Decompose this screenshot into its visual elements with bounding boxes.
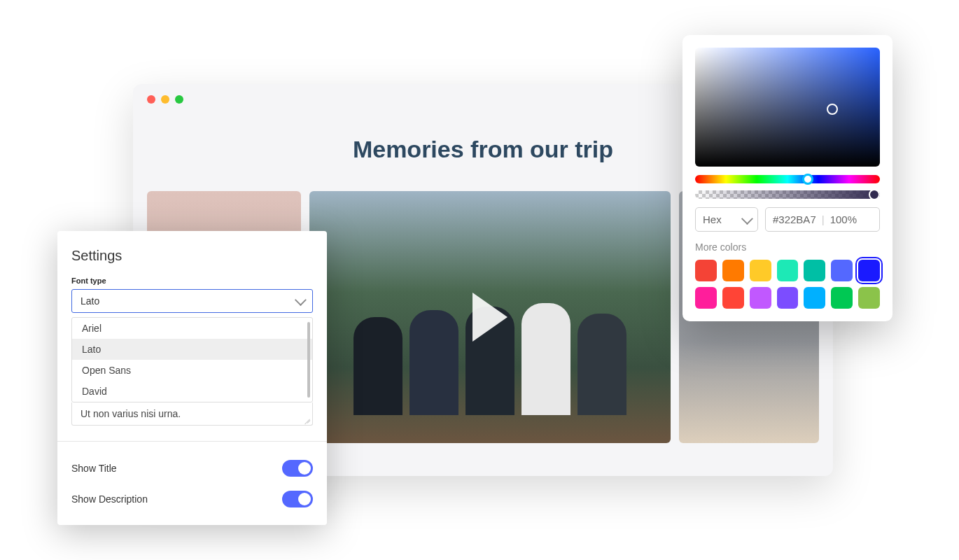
settings-panel: Settings Font type Lato Ariel Lato Open … (57, 231, 327, 525)
separator: | (822, 214, 825, 225)
color-swatch[interactable] (695, 287, 717, 309)
color-swatch[interactable] (804, 287, 825, 309)
color-swatch[interactable] (750, 287, 771, 309)
color-value-row: Hex #322BA7 | 100% (695, 207, 880, 232)
font-type-dropdown: Ariel Lato Open Sans David (71, 317, 313, 402)
show-title-toggle[interactable] (282, 460, 313, 477)
font-option[interactable]: David (72, 381, 312, 402)
more-colors-label: More colors (695, 241, 880, 253)
color-swatch[interactable] (695, 260, 717, 281)
window-maximize-icon[interactable] (175, 95, 183, 104)
settings-title: Settings (71, 248, 313, 264)
color-hex-input[interactable]: #322BA7 | 100% (765, 207, 880, 232)
gallery-item-current[interactable] (309, 191, 671, 443)
color-swatch[interactable] (858, 260, 880, 281)
color-swatch[interactable] (750, 260, 771, 281)
resize-handle-icon[interactable] (304, 416, 311, 424)
color-swatch[interactable] (777, 287, 799, 309)
swatch-grid (695, 260, 880, 309)
play-icon[interactable] (472, 293, 507, 342)
color-swatch[interactable] (722, 260, 744, 281)
alpha-slider[interactable] (695, 190, 880, 199)
hue-slider[interactable] (695, 175, 880, 183)
font-type-label: Font type (71, 276, 313, 285)
hue-thumb[interactable] (802, 174, 813, 185)
color-swatch[interactable] (777, 260, 799, 281)
color-swatch[interactable] (722, 287, 744, 309)
font-option[interactable]: Ariel (72, 318, 312, 339)
font-option[interactable]: Lato (72, 339, 312, 360)
color-cursor[interactable] (827, 104, 838, 115)
alpha-thumb[interactable] (869, 189, 880, 200)
description-value: Ut non varius nisi urna. (80, 408, 181, 419)
window-minimize-icon[interactable] (161, 95, 169, 104)
opacity-value: 100% (830, 214, 857, 225)
toggle-row-show-title: Show Title (71, 453, 313, 484)
divider (57, 441, 327, 442)
chevron-down-icon (295, 294, 307, 306)
description-textarea[interactable]: Ut non varius nisi urna. (71, 402, 313, 426)
font-type-select[interactable]: Lato (71, 289, 313, 313)
color-swatch[interactable] (804, 260, 825, 281)
color-picker-panel: Hex #322BA7 | 100% More colors (682, 35, 892, 321)
color-saturation-field[interactable] (695, 48, 880, 167)
toggle-label: Show Description (71, 493, 148, 505)
chevron-down-icon (741, 213, 753, 225)
font-type-value: Lato (80, 295, 99, 307)
font-option[interactable]: Open Sans (72, 360, 312, 381)
toggle-row-show-description: Show Description (71, 484, 313, 514)
color-format-select[interactable]: Hex (695, 207, 758, 232)
color-swatch[interactable] (831, 287, 853, 309)
toggle-label: Show Title (71, 463, 117, 474)
show-description-toggle[interactable] (282, 491, 313, 507)
color-format-value: Hex (703, 214, 722, 225)
hex-value: #322BA7 (773, 214, 816, 225)
color-swatch[interactable] (858, 287, 880, 309)
scrollbar[interactable] (307, 322, 310, 398)
window-close-icon[interactable] (147, 95, 155, 104)
color-swatch[interactable] (831, 260, 853, 281)
